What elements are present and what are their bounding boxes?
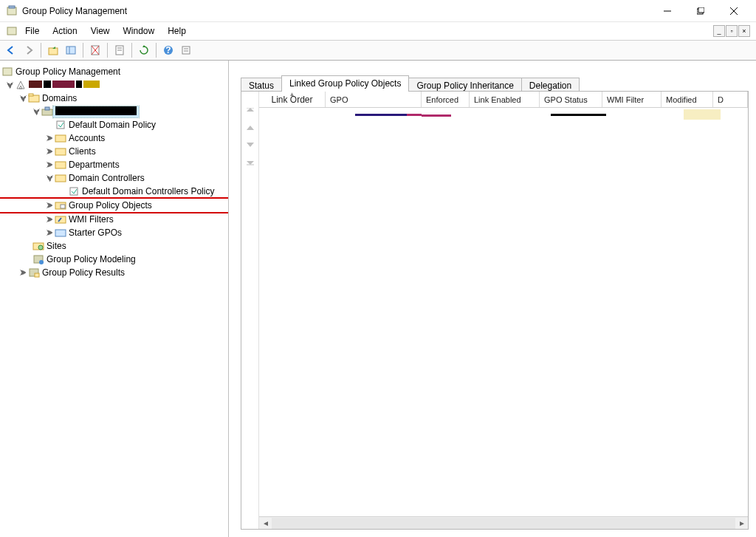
up-button[interactable] (45, 42, 61, 58)
tree-item-label: Starter GPOs (66, 228, 124, 238)
gpm-icon (1, 66, 13, 78)
detail-pane: Status Linked Group Policy Objects Group… (229, 61, 756, 537)
tree-domain[interactable]: ⮟ (0, 105, 228, 118)
move-top-button[interactable] (244, 106, 256, 118)
tree-accounts[interactable]: ⮞ Accounts (0, 131, 228, 145)
tree-domain-controllers[interactable]: ⮟ Domain Controllers (0, 171, 228, 185)
collapse-icon[interactable]: ⮟ (46, 174, 55, 182)
tree-default-domain-policy[interactable]: Default Domain Policy (0, 118, 228, 131)
tree-item-label: Clients (66, 146, 98, 157)
menu-view[interactable]: View (85, 24, 116, 38)
collapse-icon[interactable]: ⮟ (6, 81, 15, 89)
folder-icon (28, 92, 40, 104)
svg-rect-28 (55, 135, 66, 142)
mdi-restore-button[interactable]: ▫ (726, 25, 738, 37)
svg-point-38 (38, 245, 43, 250)
col-link-order[interactable]: Link Order ▲ (259, 92, 326, 107)
col-wmi-filter[interactable]: WMI Filter (602, 92, 662, 107)
svg-rect-19 (182, 47, 190, 54)
expand-icon[interactable]: ⮞ (46, 161, 55, 169)
col-link-enabled[interactable]: Link Enabled (470, 92, 540, 107)
mdi-minimize-button[interactable]: _ (713, 25, 725, 37)
tree-root[interactable]: Group Policy Management (0, 65, 228, 78)
move-up-button[interactable] (244, 123, 256, 134)
menu-bar: File Action View Window Help _ ▫ × (0, 22, 756, 40)
show-hide-tree-button[interactable] (63, 42, 79, 58)
move-down-button[interactable] (244, 139, 256, 151)
forest-icon (15, 79, 27, 91)
app-icon (6, 5, 18, 17)
tree-default-dc-policy[interactable]: Default Domain Controllers Policy (0, 185, 228, 198)
tree-domains[interactable]: ⮟ Domains (0, 92, 228, 105)
col-enforced[interactable]: Enforced (422, 92, 470, 107)
properties-button[interactable] (111, 42, 128, 58)
tree-view[interactable]: Group Policy Management ⮟ ⮟ Domains ⮟ De… (0, 61, 229, 537)
expand-icon[interactable]: ⮞ (46, 229, 55, 237)
expand-icon[interactable]: ⮞ (46, 216, 55, 224)
tree-sites[interactable]: Sites (0, 239, 228, 253)
menu-action[interactable]: Action (47, 24, 83, 38)
svg-text:?: ? (165, 45, 171, 55)
tab-linked-gpo[interactable]: Linked Group Policy Objects (281, 75, 409, 92)
horizontal-scrollbar[interactable]: ◂ ▸ (259, 516, 748, 529)
menu-file[interactable]: File (19, 24, 45, 38)
scroll-left-button[interactable]: ◂ (259, 518, 272, 529)
help-button[interactable]: ? (160, 42, 176, 58)
scroll-track[interactable] (272, 518, 735, 529)
minimize-button[interactable] (650, 1, 684, 21)
forward-button[interactable] (21, 42, 37, 58)
tree-group-policy-objects[interactable]: ⮞ Group Policy Objects (0, 199, 228, 212)
svg-rect-9 (66, 47, 75, 54)
ou-icon (55, 172, 66, 184)
tree-departments[interactable]: ⮞ Departments (0, 158, 228, 171)
tree-item-label: Group Policy Objects (66, 200, 154, 211)
collapse-icon[interactable]: ⮟ (32, 108, 41, 116)
refresh-button[interactable] (136, 42, 152, 58)
svg-point-40 (39, 260, 44, 264)
close-button[interactable] (717, 1, 750, 21)
svg-rect-22 (3, 68, 12, 75)
tab-inheritance[interactable]: Group Policy Inheritance (408, 78, 521, 92)
scroll-right-button[interactable]: ▸ (735, 518, 748, 529)
starter-icon (55, 227, 66, 239)
tree-item-label: Default Domain Controllers Policy (80, 186, 216, 196)
col-modified[interactable]: Modified (662, 92, 713, 107)
tree-item-label: WMI Filters (66, 214, 116, 225)
delete-button[interactable] (87, 42, 103, 58)
svg-rect-29 (55, 148, 66, 155)
title-bar: Group Policy Management (0, 0, 756, 22)
move-bottom-button[interactable] (244, 155, 256, 167)
tab-delegation[interactable]: Delegation (521, 78, 580, 92)
tab-status[interactable]: Status (241, 78, 282, 92)
list-item[interactable] (259, 108, 748, 121)
tree-gp-results[interactable]: ⮞ Group Policy Results (0, 266, 228, 279)
tree-item-label: Domain Controllers (66, 173, 147, 183)
expand-icon[interactable]: ⮞ (19, 269, 28, 277)
tree-gp-modeling[interactable]: Group Policy Modeling (0, 253, 228, 266)
col-gpo[interactable]: GPO (326, 92, 422, 107)
expand-icon[interactable]: ⮞ (46, 202, 55, 210)
tree-wmi-filters[interactable]: ⮞ WMI Filters (0, 213, 228, 226)
list-rows[interactable] (259, 108, 748, 516)
mdi-close-button[interactable]: × (738, 25, 750, 37)
svg-rect-24 (29, 94, 33, 96)
back-button[interactable] (3, 42, 19, 58)
collapse-icon[interactable]: ⮟ (19, 95, 28, 103)
svg-rect-34 (61, 205, 65, 208)
expand-icon[interactable]: ⮞ (46, 134, 55, 143)
ou-icon (55, 159, 66, 171)
tree-forest[interactable]: ⮟ (0, 78, 228, 92)
tree-clients[interactable]: ⮞ Clients (0, 145, 228, 158)
col-overflow[interactable]: D (713, 92, 748, 107)
options-button[interactable] (178, 42, 194, 58)
expand-icon[interactable]: ⮞ (46, 148, 55, 156)
tab-strip: Status Linked Group Policy Objects Group… (241, 75, 749, 92)
col-gpo-status[interactable]: GPO Status (540, 92, 602, 107)
menu-window[interactable]: Window (117, 24, 161, 38)
tree-item-label: Departments (66, 160, 122, 170)
maximize-button[interactable] (684, 1, 717, 21)
tab-content: Link Order ▲ GPO Enforced Link Enabled G… (241, 91, 749, 530)
menu-help[interactable]: Help (162, 24, 192, 38)
tree-starter-gpos[interactable]: ⮞ Starter GPOs (0, 226, 228, 239)
modeling-icon (32, 253, 44, 265)
